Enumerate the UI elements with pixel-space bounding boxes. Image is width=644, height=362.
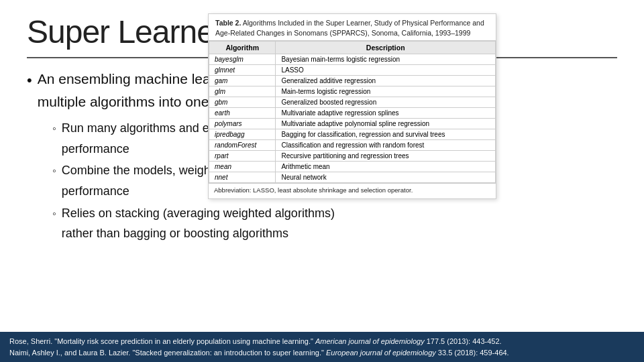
algo-name-cell: gam [209,76,276,86]
sub-bullet-dot-2: ◦ [52,162,56,180]
algo-name-cell: polymars [209,119,276,129]
algo-table: Algorithm Description bayesglmBayesian m… [209,41,496,183]
algo-desc-cell: Main-terms logistic regression [276,86,496,97]
table-caption-bold: Table 2. [215,19,241,27]
sub-bullet-dot-3: ◦ [52,204,56,223]
table-row: gamGeneralized additive regression [209,76,496,86]
algo-desc-cell: Neural network [276,172,496,183]
table-row: polymarsMultivariate adaptive polynomial… [209,119,496,129]
table-row: rpartRecursive partitioning and regressi… [209,151,496,162]
sub-bullet-dot-1: ◦ [52,119,56,137]
footer-bar: Rose, Sherri. "Mortality risk score pred… [0,332,644,362]
table-row: ipredbaggBagging for classification, reg… [209,129,496,140]
algo-desc-cell: Bagging for classification, regression a… [276,129,496,140]
sub-bullet-text-3: Relies on stacking (averaging weighted a… [62,203,335,244]
algo-desc-cell: Generalized additive regression [276,76,496,86]
algo-desc-cell: Multivariate adaptive regression splines [276,108,496,119]
algo-name-cell: mean [209,162,276,172]
algo-desc-cell: Recursive partitioning and regression tr… [276,151,496,162]
col-header-description: Description [276,42,496,54]
table-row: bayesglmBayesian main-terms logistic reg… [209,54,496,65]
table-row: gbmGeneralized boosted regression [209,97,496,108]
algo-desc-cell: Bayesian main-terms logistic regression [276,54,496,65]
col-header-algorithm: Algorithm [209,42,276,54]
table-row: glmMain-terms logistic regression [209,86,496,97]
algo-name-cell: ipredbagg [209,129,276,140]
algo-name-cell: randomForest [209,140,276,151]
algo-desc-cell: Classification and regression with rando… [276,140,496,151]
main-bullet-dot: • [27,68,32,92]
sub-bullet-3: ◦ Relies on stacking (averaging weighted… [52,203,617,244]
algo-name-cell: earth [209,108,276,119]
table-footnote: Abbreviation: LASSO, least absolute shri… [209,183,496,198]
footer-line1: Rose, Sherri. "Mortality risk score pred… [9,336,635,347]
algorithm-table-overlay: Table 2. Algorithms Included in the Supe… [208,13,496,199]
algo-desc-cell: Multivariate adaptive polynomial spline … [276,119,496,129]
algo-name-cell: glmnet [209,65,276,76]
algo-name-cell: bayesglm [209,54,276,65]
table-caption-text: Algorithms Included in the Super Learner… [215,19,484,37]
algo-desc-cell: Generalized boosted regression [276,97,496,108]
footer-line2: Naimi, Ashley I., and Laura B. Lazier. "… [9,347,635,359]
algo-name-cell: glm [209,86,276,97]
table-row: nnetNeural network [209,172,496,183]
table-row: meanArithmetic mean [209,162,496,172]
main-content: Super Learner • An ensembling machine le… [0,0,644,328]
table-caption: Table 2. Algorithms Included in the Supe… [209,14,496,41]
algo-name-cell: nnet [209,172,276,183]
table-row: earthMultivariate adaptive regression sp… [209,108,496,119]
algo-name-cell: gbm [209,97,276,108]
algo-name-cell: rpart [209,151,276,162]
algo-desc-cell: LASSO [276,65,496,76]
algo-desc-cell: Arithmetic mean [276,162,496,172]
table-row: randomForestClassification and regressio… [209,140,496,151]
table-row: glmnetLASSO [209,65,496,76]
